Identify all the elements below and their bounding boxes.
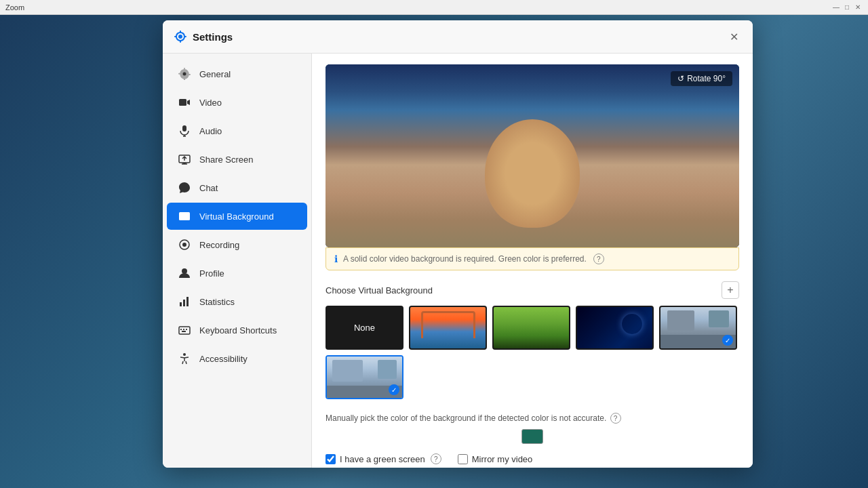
sidebar-label-accessibility: Accessibility	[199, 354, 248, 364]
sidebar-item-general[interactable]: General	[167, 60, 307, 87]
sidebar-label-profile: Profile	[199, 268, 224, 279]
thumb-space-image	[577, 307, 652, 348]
profile-icon	[178, 266, 191, 280]
green-screen-checkbox-row[interactable]: I have a green screen ?	[326, 453, 441, 464]
sidebar-item-virtual-background[interactable]: Virtual Background	[167, 203, 307, 230]
video-preview: ↺ Rotate 90°	[326, 64, 739, 247]
sidebar-label-general: General	[199, 69, 231, 79]
mirror-video-checkbox-row[interactable]: Mirror my video	[458, 454, 533, 464]
color-help-icon[interactable]: ?	[610, 413, 621, 424]
svg-rect-15	[180, 329, 182, 330]
color-swatch-row	[326, 429, 739, 444]
sidebar-item-video[interactable]: Video	[167, 89, 307, 116]
office1-checkmark: ✓	[722, 335, 733, 346]
dialog-header: Settings ✕	[163, 20, 753, 54]
thumb-grass-image	[494, 307, 569, 348]
svg-rect-2	[179, 99, 186, 106]
vbg-section-header: Choose Virtual Background +	[326, 281, 739, 299]
thumbnail-grid: None	[326, 306, 739, 399]
sidebar-item-chat[interactable]: Chat	[167, 174, 307, 201]
svg-point-19	[183, 353, 186, 356]
checkbox-row: I have a green screen ? Mirror my video	[326, 453, 739, 464]
rotate-label: Rotate 90°	[687, 74, 726, 83]
sidebar-label-share-screen: Share Screen	[199, 155, 254, 165]
thumb-space[interactable]	[576, 306, 654, 350]
thumb-golden-gate-image	[410, 307, 486, 348]
chat-icon	[178, 181, 191, 195]
sidebar-label-video: Video	[199, 98, 222, 108]
virtual-background-icon	[178, 209, 191, 223]
thumb-golden-gate[interactable]	[409, 306, 487, 350]
svg-point-10	[182, 268, 187, 274]
sidebar-label-chat: Chat	[199, 183, 218, 193]
sidebar-item-keyboard-shortcuts[interactable]: Keyboard Shortcuts	[167, 317, 307, 344]
green-screen-label: I have a green screen	[340, 454, 425, 464]
keyboard-shortcuts-icon	[178, 323, 191, 337]
svg-rect-17	[186, 329, 187, 330]
mirror-video-label: Mirror my video	[472, 454, 533, 464]
titlebar-close-button[interactable]: ✕	[853, 3, 863, 12]
share-screen-icon	[178, 152, 191, 166]
color-pick-section: Manually pick the color of the backgroun…	[326, 413, 739, 444]
sidebar-label-statistics: Statistics	[199, 297, 235, 307]
titlebar: Zoom — □ ✕	[0, 0, 868, 15]
audio-icon	[178, 124, 191, 138]
svg-point-7	[182, 214, 186, 218]
accessibility-icon	[178, 352, 191, 365]
sidebar-label-virtual-background: Virtual Background	[199, 211, 274, 222]
sidebar-item-accessibility[interactable]: Accessibility	[167, 345, 307, 372]
minimize-button[interactable]: —	[831, 3, 841, 12]
titlebar-text: Zoom	[5, 3, 24, 12]
thumb-grass[interactable]	[492, 306, 570, 350]
green-screen-help-icon[interactable]: ?	[431, 453, 441, 464]
thumb-none-label: None	[354, 323, 375, 333]
add-icon: +	[727, 284, 733, 296]
statistics-icon	[178, 295, 191, 308]
general-icon	[178, 67, 191, 81]
sidebar-label-recording: Recording	[199, 240, 239, 250]
sidebar-item-audio[interactable]: Audio	[167, 117, 307, 144]
sidebar-item-statistics[interactable]: Statistics	[167, 288, 307, 315]
settings-dialog: Settings ✕ General	[163, 20, 753, 468]
rotate-icon: ↺	[677, 74, 684, 83]
video-icon	[178, 96, 191, 109]
warning-help-icon[interactable]: ?	[593, 253, 604, 264]
dialog-title: Settings	[193, 31, 233, 43]
svg-point-0	[178, 35, 182, 39]
sidebar-item-share-screen[interactable]: Share Screen	[167, 146, 307, 173]
sidebar-item-recording[interactable]: Recording	[167, 231, 307, 258]
thumb-none[interactable]: None	[326, 306, 403, 350]
svg-point-9	[182, 243, 186, 247]
maximize-button[interactable]: □	[842, 3, 852, 12]
recording-icon	[178, 238, 191, 251]
green-screen-checkbox[interactable]	[326, 454, 336, 464]
svg-rect-14	[179, 327, 190, 334]
add-background-button[interactable]: +	[722, 281, 739, 299]
thumb-office1[interactable]: ✓	[659, 306, 737, 350]
warning-info-icon: ℹ	[334, 253, 338, 264]
video-feed	[326, 64, 739, 247]
color-pick-label: Manually pick the color of the backgroun…	[326, 413, 739, 424]
color-swatch[interactable]	[521, 429, 543, 444]
vbg-section-title: Choose Virtual Background	[326, 285, 433, 296]
svg-rect-13	[186, 297, 189, 306]
sidebar-label-keyboard-shortcuts: Keyboard Shortcuts	[199, 325, 277, 336]
dialog-close-button[interactable]: ✕	[726, 28, 742, 45]
thumb-office2[interactable]: ✓	[326, 355, 403, 399]
settings-icon	[174, 30, 187, 43]
rotate-button[interactable]: ↺ Rotate 90°	[671, 71, 732, 86]
warning-text: A solid color video background is requir…	[343, 254, 587, 264]
mirror-video-checkbox[interactable]	[458, 454, 468, 464]
svg-rect-3	[182, 125, 186, 131]
dialog-body: General Video	[163, 54, 753, 468]
svg-rect-18	[182, 331, 186, 332]
svg-rect-16	[183, 329, 184, 330]
sidebar-label-audio: Audio	[199, 126, 222, 136]
sidebar-item-profile[interactable]: Profile	[167, 260, 307, 287]
office2-checkmark: ✓	[389, 384, 399, 395]
warning-bar: ℹ A solid color video background is requ…	[326, 247, 739, 270]
sidebar: General Video	[163, 54, 312, 468]
titlebar-controls: — □ ✕	[831, 3, 863, 12]
svg-rect-12	[183, 300, 185, 306]
main-content: ↺ Rotate 90° ℹ A solid color video backg…	[312, 54, 753, 468]
